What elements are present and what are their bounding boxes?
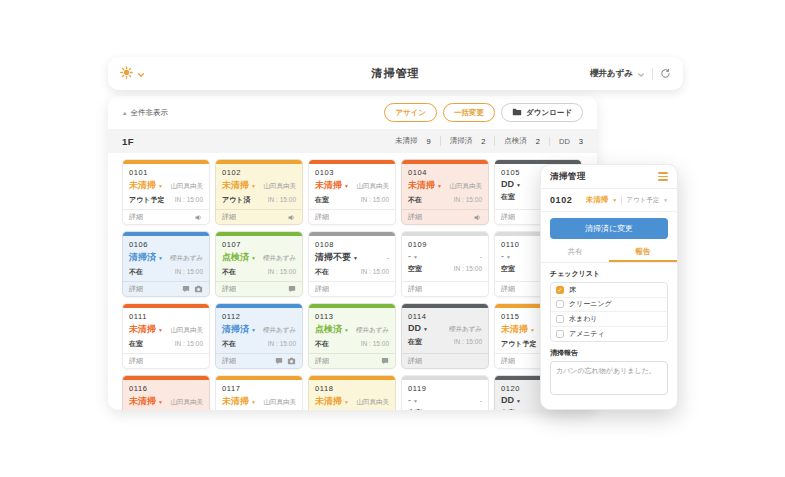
detail-link[interactable]: 詳細 bbox=[315, 212, 329, 222]
room-card[interactable]: 0118 未清掃 ▼ 山田真由美 アウト済 IN : 15:00 詳細 bbox=[308, 375, 396, 410]
panel-occupancy-dropdown[interactable]: アウト予定 ▼ bbox=[626, 196, 668, 205]
hamburger-menu-icon[interactable] bbox=[658, 172, 668, 181]
room-card[interactable]: 0114 DD ▼ 櫻井あずみ 在室 IN : 15:00 詳細 bbox=[401, 303, 489, 369]
checklist-item[interactable]: アメニティ bbox=[551, 327, 667, 342]
room-status-dropdown[interactable]: - bbox=[408, 395, 411, 405]
stat-dd: DD3 bbox=[549, 137, 583, 146]
assignee-name: - bbox=[387, 254, 389, 261]
detail-link[interactable]: 詳細 bbox=[501, 356, 515, 366]
room-status-dropdown[interactable]: 点検済 bbox=[315, 323, 342, 336]
room-card[interactable]: 0112 清掃済 ▼ 櫻井あずみ 不在 IN : 15:00 詳細 bbox=[215, 303, 303, 369]
detail-link[interactable]: 詳細 bbox=[129, 212, 143, 222]
divider bbox=[621, 196, 622, 205]
refresh-button[interactable] bbox=[660, 65, 671, 83]
room-card[interactable]: 0103 未清掃 ▼ 山田真由美 在室 IN : 15:00 詳細 bbox=[308, 159, 396, 225]
room-status-dropdown[interactable]: - bbox=[408, 251, 411, 261]
detail-link[interactable]: 詳細 bbox=[408, 356, 422, 366]
panel-title: 清掃管理 bbox=[550, 171, 586, 183]
room-status-dropdown[interactable]: 未清掃 bbox=[315, 395, 342, 408]
room-status-dropdown[interactable]: - bbox=[501, 251, 504, 261]
detail-link[interactable]: 詳細 bbox=[315, 284, 329, 294]
tab-share[interactable]: 共有 bbox=[541, 243, 609, 262]
room-card[interactable]: 0116 未清掃 ▼ 山田真由美 不在 IN : 15:00 詳細 bbox=[122, 375, 210, 410]
room-status-dropdown[interactable]: 未清掃 bbox=[408, 179, 435, 192]
room-card[interactable]: 0107 点検済 ▼ 櫻井あずみ 不在 IN : 15:00 詳細 bbox=[215, 231, 303, 297]
caret-down-icon: ▼ bbox=[516, 398, 521, 404]
detail-link[interactable]: 詳細 bbox=[222, 212, 236, 222]
camera-icon bbox=[194, 285, 203, 293]
card-footer-icons bbox=[288, 285, 296, 293]
room-status-dropdown[interactable]: 未清掃 bbox=[129, 323, 156, 336]
room-card[interactable]: 0111 未清掃 ▼ 山田真由美 在室 IN : 15:00 詳細 bbox=[122, 303, 210, 369]
occupancy-status: 空室 bbox=[408, 264, 422, 274]
panel-status-dropdown[interactable]: 未清掃 ▼ bbox=[586, 195, 618, 205]
panel-header: 清掃管理 bbox=[541, 165, 677, 189]
room-card[interactable]: 0108 清掃不要 ▼ - 不在 IN : 15:00 詳細 bbox=[308, 231, 396, 297]
tab-report[interactable]: 報告 bbox=[609, 243, 677, 262]
occupancy-status: 不在 bbox=[129, 267, 143, 277]
room-card[interactable]: 0106 清掃済 ▼ 櫻井あずみ 不在 IN : 15:00 詳細 bbox=[122, 231, 210, 297]
detail-link[interactable]: 詳細 bbox=[222, 356, 236, 366]
sun-icon bbox=[120, 65, 133, 83]
room-number: 0119 bbox=[408, 384, 482, 393]
detail-link[interactable]: 詳細 bbox=[408, 284, 422, 294]
mark-cleaned-button[interactable]: 清掃済に変更 bbox=[550, 218, 668, 239]
detail-link[interactable]: 詳細 bbox=[129, 356, 143, 366]
room-card[interactable]: 0117 未清掃 ▼ 山田真由美 アウト予定 IN : 15:00 詳細 bbox=[215, 375, 303, 410]
divider bbox=[652, 68, 653, 80]
detail-link[interactable]: 詳細 bbox=[501, 212, 515, 222]
room-status-dropdown[interactable]: DD bbox=[501, 395, 514, 405]
room-status-dropdown[interactable]: 未清掃 bbox=[315, 179, 342, 192]
app-header: 清掃管理 櫻井あずみ bbox=[108, 57, 683, 90]
detail-link[interactable]: 詳細 bbox=[222, 284, 236, 294]
app-menu[interactable] bbox=[120, 65, 145, 83]
caret-down-icon: ▼ bbox=[158, 183, 163, 189]
room-card[interactable]: 0113 点検済 ▼ 櫻井あずみ 不在 IN : 15:00 詳細 bbox=[308, 303, 396, 369]
checkbox[interactable]: ✓ bbox=[556, 286, 564, 294]
room-card[interactable]: 0109 - ▼ - 空室 IN : 15:00 詳細 bbox=[401, 231, 489, 297]
room-status-dropdown[interactable]: 未清掃 bbox=[501, 323, 528, 336]
checkin-time: IN : 15:00 bbox=[175, 196, 203, 203]
room-status-dropdown[interactable]: 未清掃 bbox=[222, 395, 249, 408]
room-card[interactable]: 0101 未清掃 ▼ 山田真由美 アウト予定 IN : 15:00 詳細 bbox=[122, 159, 210, 225]
caret-down-icon: ▼ bbox=[158, 327, 163, 333]
detail-link[interactable]: 詳細 bbox=[408, 212, 422, 222]
report-textarea[interactable]: カバンの忘れ物がありました。 bbox=[550, 361, 668, 395]
detail-link[interactable]: 詳細 bbox=[315, 356, 329, 366]
download-button[interactable]: ダウンロード bbox=[501, 103, 583, 122]
room-status-dropdown[interactable]: 未清掃 bbox=[129, 395, 156, 408]
room-card[interactable]: 0104 未清掃 ▼ 山田真由美 不在 IN : 15:00 詳細 bbox=[401, 159, 489, 225]
bulk-change-button[interactable]: 一括変更 bbox=[443, 103, 495, 122]
detail-link[interactable]: 詳細 bbox=[501, 284, 515, 294]
megaphone-icon bbox=[287, 213, 296, 222]
checkbox[interactable] bbox=[556, 315, 564, 323]
caret-down-icon: ▼ bbox=[423, 326, 428, 332]
room-number: 0106 bbox=[129, 240, 203, 249]
room-status-dropdown[interactable]: 清掃済 bbox=[129, 251, 156, 264]
room-status-dropdown[interactable]: 清掃済 bbox=[222, 323, 249, 336]
collapse-all-link[interactable]: ▲ 全件非表示 bbox=[122, 108, 168, 118]
occupancy-status: 空室 bbox=[408, 408, 422, 410]
room-status-dropdown[interactable]: 清掃不要 bbox=[315, 251, 351, 264]
checkbox[interactable] bbox=[556, 330, 564, 338]
checklist-item[interactable]: クリーニング bbox=[551, 298, 667, 313]
assignee-name: 山田真由美 bbox=[171, 326, 204, 335]
room-card[interactable]: 0119 - ▼ - 空室 IN : 15:00 詳細 bbox=[401, 375, 489, 410]
user-menu[interactable]: 櫻井あずみ bbox=[590, 65, 645, 83]
checkbox[interactable] bbox=[556, 300, 564, 308]
checklist-item[interactable]: 水まわり bbox=[551, 312, 667, 327]
room-status-dropdown[interactable]: DD bbox=[408, 323, 421, 333]
checklist-item[interactable]: ✓床 bbox=[551, 283, 667, 298]
checkin-time: IN : 15:00 bbox=[268, 196, 296, 203]
detail-link[interactable]: 詳細 bbox=[129, 284, 143, 294]
chevron-down-icon bbox=[637, 65, 645, 83]
triangle-up-icon: ▲ bbox=[122, 110, 127, 116]
room-status-dropdown[interactable]: 未清掃 bbox=[129, 179, 156, 192]
room-number: 0116 bbox=[129, 384, 203, 393]
assign-button[interactable]: アサイン bbox=[384, 103, 437, 122]
room-status-dropdown[interactable]: 未清掃 bbox=[222, 179, 249, 192]
room-card[interactable]: 0102 未清掃 ▼ 山田真由美 アウト済 IN : 15:00 詳細 bbox=[215, 159, 303, 225]
room-status-dropdown[interactable]: 点検済 bbox=[222, 251, 249, 264]
folder-icon bbox=[512, 108, 522, 118]
room-status-dropdown[interactable]: DD bbox=[501, 179, 514, 189]
